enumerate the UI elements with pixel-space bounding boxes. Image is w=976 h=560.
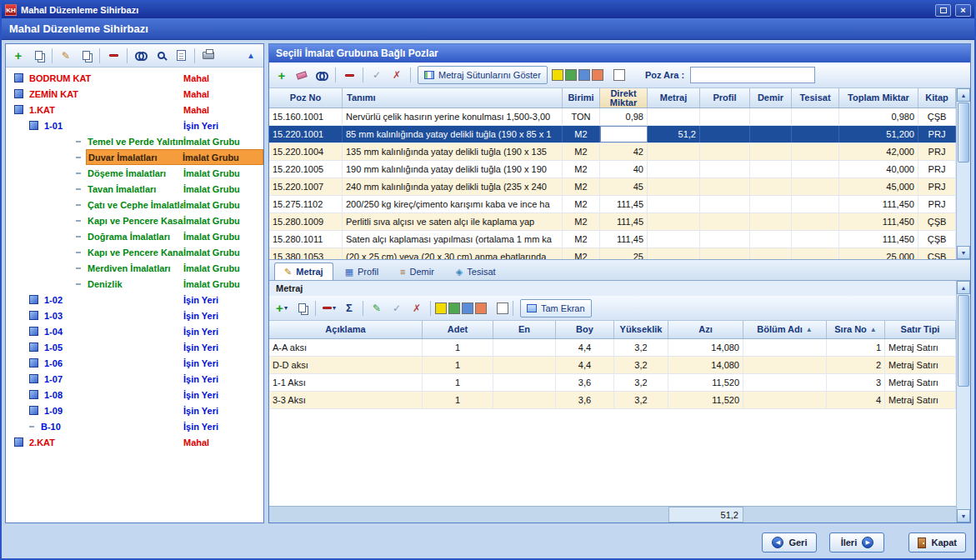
tree-item-body[interactable]: B-10İşin Yeri (39, 418, 263, 434)
tab-profil[interactable]: ▦Profil (335, 262, 388, 280)
column-header[interactable]: Adet (423, 321, 493, 338)
poz-row[interactable]: 15.280.1009Perlitli sıva alçısı ve saten… (269, 213, 956, 231)
metraj-edit-button[interactable]: ✎ (368, 299, 386, 318)
column-header[interactable]: Direkt Miktar (600, 88, 648, 108)
metraj-cancel-button[interactable]: ✗ (408, 299, 426, 318)
tree-node-icon[interactable] (14, 89, 23, 98)
tree-node-icon[interactable] (14, 73, 23, 82)
poz-row[interactable]: 15.380.1053(20 x 25 cm) veya (20 x 30 cm… (269, 248, 956, 259)
add-button[interactable]: + (9, 47, 28, 65)
tree-item[interactable]: Kapı ve Pencere Kanatlarıİmalat Grubu (6, 244, 263, 260)
edit-button[interactable]: ✎ (57, 47, 75, 65)
tree-item-body[interactable]: Temel ve Perde Yalıtımıİmalat Grubu (86, 133, 263, 149)
metraj-scrollbar[interactable]: ▲ ▼ (956, 281, 970, 522)
yellow-swatch[interactable] (552, 69, 563, 81)
column-header[interactable]: Azı (668, 321, 743, 338)
tree-node-icon[interactable] (14, 438, 23, 447)
tree-node-icon[interactable] (14, 105, 23, 114)
metraj-copy-button[interactable] (293, 299, 311, 318)
find-button[interactable] (132, 47, 150, 65)
tree-node-icon[interactable] (29, 121, 38, 130)
tree-item-body[interactable]: 1-05İşin Yeri (43, 339, 263, 355)
print-button[interactable] (199, 47, 218, 65)
tree-item[interactable]: Duvar İmalatlarıİmalat Grubu (6, 149, 263, 165)
poz-row[interactable]: 15.220.1007240 mm kalınlığında yatay del… (269, 178, 956, 196)
copy-button[interactable] (77, 47, 95, 65)
tree-item[interactable]: Temel ve Perde Yalıtımıİmalat Grubu (6, 133, 263, 149)
green-swatch[interactable] (565, 69, 577, 81)
pozlar-scrollbar[interactable]: ▲ ▼ (956, 88, 970, 259)
tree-item[interactable]: Denizlikİmalat Grubu (6, 276, 263, 292)
column-header[interactable]: Demir (750, 88, 792, 108)
metraj-sum-button[interactable]: Σ (340, 299, 358, 318)
green-swatch[interactable] (448, 302, 460, 314)
add-child-button[interactable] (29, 47, 48, 65)
tree-item-body[interactable]: 1-04İşin Yeri (43, 323, 263, 339)
poz-clear-button[interactable] (293, 66, 311, 84)
orange-swatch[interactable] (475, 302, 487, 314)
tree-item[interactable]: 1-03İşin Yeri (6, 308, 263, 323)
poz-find-button[interactable] (313, 66, 331, 84)
tree-item[interactable]: 2.KATMahal (6, 434, 263, 450)
scroll-track[interactable] (957, 388, 970, 509)
yellow-swatch[interactable] (435, 302, 447, 314)
tree-item[interactable]: BODRUM KATMahal (6, 70, 263, 86)
kapat-button[interactable]: Kapat (908, 532, 966, 552)
tree-node-icon[interactable] (29, 374, 38, 383)
tree-item[interactable]: 1-09İşin Yeri (6, 402, 263, 418)
tree-item-body[interactable]: Merdiven İmalatlarıİmalat Grubu (86, 260, 263, 276)
scroll-down-button[interactable]: ▼ (957, 246, 970, 259)
poz-add-button[interactable]: + (273, 66, 291, 84)
tree-node-icon[interactable] (29, 311, 38, 320)
scroll-thumb[interactable] (958, 102, 969, 162)
metraj-row[interactable]: A-A aksı14,43,214,0801Metraj Satırı (269, 339, 956, 357)
white-swatch[interactable] (613, 69, 625, 81)
metraj-delete-button[interactable]: ▾ (320, 299, 338, 318)
tree-item-body[interactable]: Döşeme İmalatlarıİmalat Grubu (86, 165, 263, 181)
tree-item[interactable]: 1-05İşin Yeri (6, 339, 263, 355)
tree-item-body[interactable]: Denizlikİmalat Grubu (86, 276, 263, 292)
column-header[interactable]: Metraj (648, 88, 700, 108)
column-header[interactable]: Toplam Miktar (839, 88, 918, 108)
tam-ekran-button[interactable]: Tam Ekran (520, 299, 592, 318)
poz-row[interactable]: 15.280.1011Saten alçı kaplaması yapılmas… (269, 231, 956, 248)
tree-node-icon[interactable] (29, 390, 38, 399)
tree-item[interactable]: 1-08İşin Yeri (6, 387, 263, 402)
poz-cancel-button[interactable]: ✗ (388, 66, 406, 84)
tree-item[interactable]: Çatı ve Cephe İmalatlarıİmalat Grubu (6, 197, 263, 212)
report-button[interactable] (172, 47, 190, 65)
column-header[interactable]: Bölüm Adı▲ (743, 321, 827, 338)
geri-button[interactable]: ◀ Geri (762, 532, 817, 552)
metraj-add-button[interactable]: +▾ (273, 299, 291, 318)
tree-item[interactable]: Merdiven İmalatlarıİmalat Grubu (6, 260, 263, 276)
poz-row[interactable]: 15.220.1005190 mm kalınlığında yatay del… (269, 161, 956, 178)
poz-search-input[interactable] (690, 67, 815, 83)
tree-item[interactable]: Doğrama İmalatlarıİmalat Grubu (6, 228, 263, 244)
tree-item-body[interactable]: Tavan İmalatlarıİmalat Grubu (86, 181, 263, 197)
tree-item[interactable]: Döşeme İmalatlarıİmalat Grubu (6, 165, 263, 181)
column-header[interactable]: Poz No (269, 88, 343, 108)
scroll-up-button[interactable]: ▲ (957, 88, 970, 102)
column-header[interactable]: En (493, 321, 556, 338)
column-header[interactable]: Tanımı (343, 88, 563, 108)
poz-row[interactable]: 15.275.1102200/250 kg kireç/çimento karı… (269, 196, 956, 213)
close-button[interactable]: × (955, 4, 971, 17)
poz-row[interactable]: 15.220.1004135 mm kalınlığında yatay del… (269, 143, 956, 161)
tab-metraj[interactable]: ✎Metraj (274, 262, 333, 280)
tab-demir[interactable]: ≡Demir (390, 262, 444, 280)
tree-item-body[interactable]: 1-06İşin Yeri (43, 355, 263, 371)
tree-node-icon[interactable] (29, 342, 38, 352)
metraj-row[interactable]: 1-1 Aksı13,63,211,5203Metraj Satırı (269, 374, 956, 392)
tree-item-body[interactable]: 1-03İşin Yeri (43, 308, 263, 323)
metraj-columns-button[interactable]: Metraj Sütunlarını Göster (418, 66, 548, 84)
blue-swatch[interactable] (462, 302, 473, 314)
tree-item-body[interactable]: 1-01İşin Yeri (43, 118, 263, 133)
column-header[interactable]: Birimi (563, 88, 600, 108)
poz-row[interactable]: 15.220.100185 mm kalınlığında yatay deli… (269, 126, 956, 143)
tree-item-body[interactable]: BODRUM KATMahal (28, 70, 263, 86)
blue-swatch[interactable] (578, 69, 590, 81)
collapse-panel-button[interactable]: ▲ (242, 47, 260, 65)
column-header[interactable]: Satır Tipi (885, 321, 956, 338)
metraj-accept-button[interactable]: ✓ (388, 299, 406, 318)
tree-item[interactable]: 1-07İşin Yeri (6, 371, 263, 387)
